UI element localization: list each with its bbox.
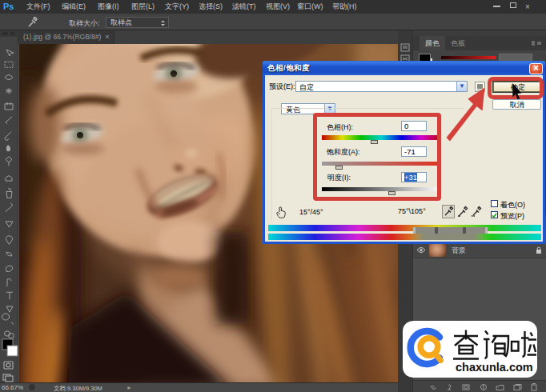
svg-text:chaxunla.com: chaxunla.com [456, 361, 533, 374]
